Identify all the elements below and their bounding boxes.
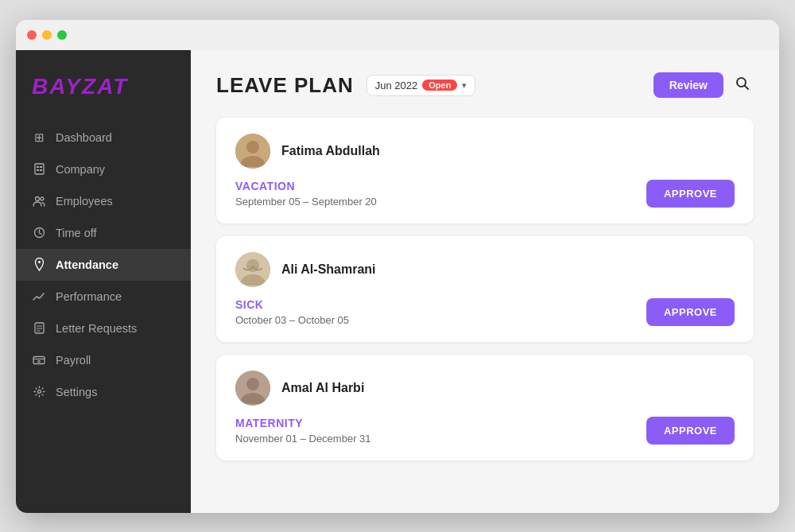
sidebar-item-label: Payroll xyxy=(56,354,91,367)
sidebar: BAYZAT ⊞ Dashboard Company xyxy=(16,50,191,513)
app-body: BAYZAT ⊞ Dashboard Company xyxy=(16,50,779,513)
maximize-dot[interactable] xyxy=(57,30,67,40)
performance-icon xyxy=(32,289,46,304)
employee-name-fatima: Fatima Abdullah xyxy=(281,144,380,158)
employees-icon xyxy=(32,194,46,208)
sidebar-item-performance[interactable]: Performance xyxy=(16,281,191,313)
leave-card-fatima: Fatima Abdullah VACATION September 05 – … xyxy=(216,118,754,223)
avatar-fatima xyxy=(235,134,270,169)
svg-rect-4 xyxy=(40,169,42,171)
card-body-amal: MATERNITY November 01 – December 31 APPR… xyxy=(235,417,735,445)
sidebar-item-dashboard[interactable]: ⊞ Dashboard xyxy=(16,122,191,153)
svg-point-5 xyxy=(36,196,40,200)
leave-dates-amal: November 01 – December 31 xyxy=(235,433,646,445)
approve-button-ali[interactable]: APPROVE xyxy=(646,298,735,326)
sidebar-item-label: Letter Requests xyxy=(56,322,137,335)
company-icon xyxy=(32,162,46,177)
sidebar-item-company[interactable]: Company xyxy=(16,153,191,185)
approve-button-fatima[interactable]: APPROVE xyxy=(646,180,735,208)
employee-name-ali: Ali Al-Shamrani xyxy=(281,262,376,277)
timeoff-icon xyxy=(32,226,46,240)
approve-button-amal[interactable]: APPROVE xyxy=(646,417,735,445)
card-body-fatima: VACATION September 05 – September 20 APP… xyxy=(235,180,735,208)
minimize-dot[interactable] xyxy=(42,30,52,40)
period-label: Jun 2022 xyxy=(375,80,418,91)
app-window: BAYZAT ⊞ Dashboard Company xyxy=(16,20,779,513)
chevron-down-icon: ▾ xyxy=(462,80,467,91)
status-badge: Open xyxy=(422,80,457,91)
search-button[interactable] xyxy=(731,72,754,99)
review-button[interactable]: Review xyxy=(653,72,723,98)
sidebar-item-label: Dashboard xyxy=(56,131,112,144)
svg-rect-2 xyxy=(40,166,42,168)
sidebar-item-label: Settings xyxy=(56,386,97,398)
leave-card-ali: Ali Al-Shamrani SICK October 03 – Octobe… xyxy=(216,236,754,342)
card-body-ali: SICK October 03 – October 05 APPROVE xyxy=(235,298,735,326)
page-header: LEAVE PLAN Jun 2022 Open ▾ Review xyxy=(216,72,754,99)
svg-point-20 xyxy=(246,141,259,153)
leave-card-amal: Amal Al Harbi MATERNITY November 01 – De… xyxy=(216,355,754,460)
leave-dates-ali: October 03 – October 05 xyxy=(235,314,646,326)
svg-line-18 xyxy=(745,85,749,89)
close-dot[interactable] xyxy=(27,30,37,40)
leave-type-fatima: VACATION xyxy=(235,180,646,192)
sidebar-item-timeoff[interactable]: Time off xyxy=(16,217,191,249)
card-header-fatima: Fatima Abdullah xyxy=(235,134,735,169)
svg-point-24 xyxy=(246,378,259,390)
leave-dates-fatima: September 05 – September 20 xyxy=(235,196,646,208)
leave-type-ali: SICK xyxy=(235,298,646,311)
employee-name-amal: Amal Al Harbi xyxy=(281,381,364,395)
avatar-amal xyxy=(235,371,270,406)
sidebar-item-label: Employees xyxy=(56,195,113,208)
sidebar-item-attendance[interactable]: Attendance xyxy=(16,249,191,281)
payroll-icon xyxy=(32,353,46,367)
sidebar-item-letter-requests[interactable]: Letter Requests xyxy=(16,313,191,344)
attendance-icon xyxy=(32,258,46,272)
sidebar-item-employees[interactable]: Employees xyxy=(16,185,191,217)
svg-rect-0 xyxy=(35,164,44,174)
svg-point-6 xyxy=(41,197,44,200)
sidebar-item-label: Time off xyxy=(56,227,97,239)
period-selector[interactable]: Jun 2022 Open ▾ xyxy=(366,75,476,96)
sidebar-item-label: Performance xyxy=(56,290,122,303)
settings-icon xyxy=(32,385,46,399)
page-title: LEAVE PLAN xyxy=(216,73,354,98)
sidebar-item-settings[interactable]: Settings xyxy=(16,376,191,408)
leave-type-amal: MATERNITY xyxy=(235,417,646,429)
header-right: Review xyxy=(653,72,754,99)
avatar-ali xyxy=(235,252,270,287)
dashboard-icon: ⊞ xyxy=(32,130,46,145)
sidebar-item-label: Company xyxy=(56,163,105,176)
svg-point-16 xyxy=(37,390,41,394)
header-left: LEAVE PLAN Jun 2022 Open ▾ xyxy=(216,73,475,98)
svg-rect-3 xyxy=(37,169,39,171)
sidebar-item-label: Attendance xyxy=(56,258,118,271)
card-header-amal: Amal Al Harbi xyxy=(235,371,735,406)
svg-rect-1 xyxy=(37,166,39,168)
svg-point-8 xyxy=(38,261,41,263)
titlebar xyxy=(16,20,779,50)
main-content: LEAVE PLAN Jun 2022 Open ▾ Review xyxy=(191,50,779,513)
svg-point-15 xyxy=(38,360,41,363)
letter-requests-icon xyxy=(32,321,46,336)
logo: BAYZAT xyxy=(16,66,191,122)
sidebar-item-payroll[interactable]: Payroll xyxy=(16,344,191,376)
card-header-ali: Ali Al-Shamrani xyxy=(235,252,735,287)
